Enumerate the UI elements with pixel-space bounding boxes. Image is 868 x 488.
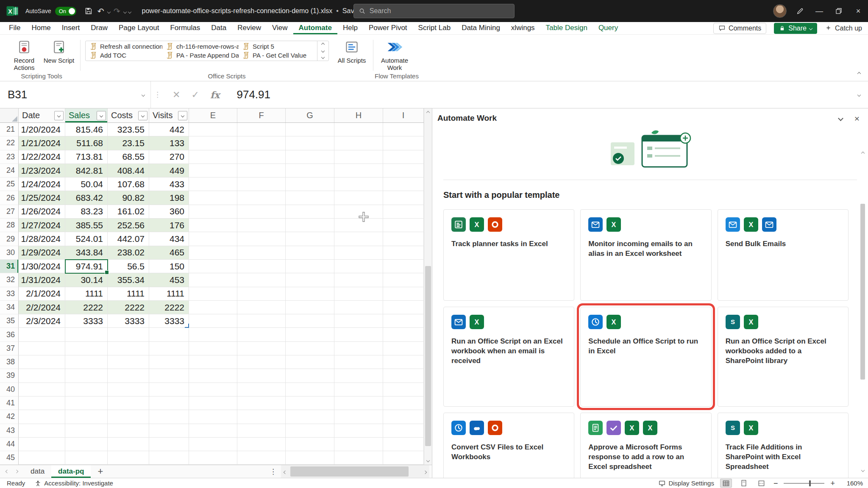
cell[interactable] — [237, 355, 286, 369]
cell[interactable] — [237, 164, 286, 177]
cell[interactable] — [334, 219, 383, 232]
ribbon-tab-draw[interactable]: Draw — [85, 22, 113, 34]
gallery-more-icon[interactable] — [317, 54, 328, 61]
cell[interactable]: 449 — [149, 164, 189, 177]
comments-button[interactable]: Comments — [713, 23, 766, 34]
cell[interactable] — [108, 383, 149, 396]
cell[interactable] — [286, 438, 334, 451]
collapse-ribbon-icon[interactable] — [858, 69, 860, 77]
cell[interactable] — [334, 150, 383, 164]
cell[interactable]: 385.55 — [65, 219, 108, 232]
office-script-item-pa-paste-append-dat[interactable]: PA - Paste Append Dat... — [164, 51, 239, 59]
cell[interactable] — [65, 451, 108, 465]
cell[interactable] — [65, 328, 108, 341]
row-header-38[interactable]: 38 — [0, 355, 19, 369]
cell[interactable]: 198 — [149, 191, 189, 205]
cell[interactable] — [189, 164, 237, 177]
vertical-scrollbar[interactable] — [424, 108, 432, 465]
template-card-monitor-incoming-emails-to-an-alias-in-an-[interactable]: XMonitor incoming emails to an alias in … — [580, 209, 711, 301]
column-header-g[interactable]: G — [286, 108, 334, 122]
minimize-button[interactable]: — — [810, 0, 829, 22]
ribbon-tab-script-lab[interactable]: Script Lab — [413, 22, 456, 34]
cell[interactable] — [108, 328, 149, 341]
cell[interactable] — [189, 219, 237, 232]
cell[interactable]: 453 — [149, 273, 189, 287]
accessibility-checker[interactable]: Accessibility: Investigate — [34, 480, 113, 487]
ribbon-tab-insert[interactable]: Insert — [56, 22, 86, 34]
vertical-scroll-thumb[interactable] — [425, 266, 431, 446]
cell[interactable] — [108, 396, 149, 410]
cell[interactable]: 2/3/2024 — [19, 314, 65, 328]
row-header-40[interactable]: 40 — [0, 383, 19, 396]
cell[interactable] — [286, 424, 334, 438]
cell[interactable] — [334, 260, 383, 273]
cell[interactable] — [189, 260, 237, 273]
ribbon-tab-query[interactable]: Query — [593, 22, 623, 34]
pane-collapse-icon[interactable] — [839, 114, 843, 122]
cell[interactable]: 133 — [149, 136, 189, 150]
cell[interactable] — [383, 164, 424, 177]
cell[interactable]: 176 — [149, 219, 189, 232]
ribbon-tab-data[interactable]: Data — [206, 22, 232, 34]
cell[interactable]: 3333 — [108, 314, 149, 328]
cell[interactable] — [383, 328, 424, 341]
cell[interactable] — [334, 355, 383, 369]
row-header-44[interactable]: 44 — [0, 438, 19, 451]
cell[interactable]: 360 — [149, 205, 189, 219]
row-header-26[interactable]: 26 — [0, 191, 19, 205]
cell[interactable]: 1/25/2024 — [19, 191, 65, 205]
zoom-out-button[interactable]: − — [773, 480, 778, 487]
cell[interactable] — [149, 451, 189, 465]
cell[interactable] — [19, 369, 65, 383]
cell[interactable] — [237, 424, 286, 438]
column-header-f[interactable]: F — [237, 108, 286, 122]
cell[interactable]: 1/29/2024 — [19, 246, 65, 260]
catch-up-button[interactable]: Catch up — [825, 25, 862, 32]
row-header-24[interactable]: 24 — [0, 164, 19, 177]
cell[interactable] — [19, 451, 65, 465]
cell[interactable] — [65, 369, 108, 383]
cell[interactable] — [383, 287, 424, 301]
cell[interactable]: 1/28/2024 — [19, 232, 65, 246]
cell[interactable] — [286, 287, 334, 301]
cell[interactable] — [286, 273, 334, 287]
cell[interactable]: 815.46 — [65, 123, 108, 136]
cell[interactable] — [149, 369, 189, 383]
cell[interactable] — [334, 383, 383, 396]
cell[interactable] — [286, 301, 334, 314]
cell[interactable] — [286, 451, 334, 465]
office-script-item-refresh-all-connections[interactable]: Refresh all connections — [88, 42, 162, 50]
page-break-preview-button[interactable] — [756, 479, 768, 488]
cell[interactable] — [237, 438, 286, 451]
cell[interactable]: 1/23/2024 — [19, 164, 65, 177]
redo-dropdown-icon[interactable] — [123, 7, 127, 15]
cell[interactable] — [383, 273, 424, 287]
cell[interactable]: 161.02 — [108, 205, 149, 219]
cell[interactable] — [189, 424, 237, 438]
cell[interactable] — [237, 260, 286, 273]
cell[interactable]: 3333 — [149, 314, 189, 328]
cell[interactable] — [149, 355, 189, 369]
row-header-28[interactable]: 28 — [0, 219, 19, 232]
row-header-39[interactable]: 39 — [0, 369, 19, 383]
cell[interactable] — [286, 396, 334, 410]
cell[interactable] — [149, 410, 189, 424]
cell[interactable] — [189, 383, 237, 396]
cell[interactable]: 83.23 — [65, 205, 108, 219]
cell[interactable]: 434 — [149, 232, 189, 246]
autosave-toggle[interactable]: On — [55, 7, 76, 16]
cell[interactable]: 524.01 — [65, 232, 108, 246]
display-settings-button[interactable]: Display Settings — [658, 480, 714, 487]
template-card-approve-a-microsoft-forms-response-to-add-[interactable]: XXApprove a Microsoft Forms response to … — [580, 413, 711, 478]
cell[interactable] — [383, 301, 424, 314]
zoom-slider-thumb[interactable] — [809, 480, 811, 486]
cell[interactable] — [334, 396, 383, 410]
cell[interactable] — [65, 355, 108, 369]
cell[interactable] — [189, 177, 237, 191]
cell[interactable]: 2/2/2024 — [19, 301, 65, 314]
horizontal-scrollbar[interactable] — [281, 465, 429, 478]
cell[interactable] — [108, 410, 149, 424]
template-card-run-an-office-script-on-excel-workbooks-ad[interactable]: SXRun an Office Script on Excel workbook… — [718, 307, 849, 407]
row-header-42[interactable]: 42 — [0, 410, 19, 424]
row-header-34[interactable]: 34 — [0, 301, 19, 314]
